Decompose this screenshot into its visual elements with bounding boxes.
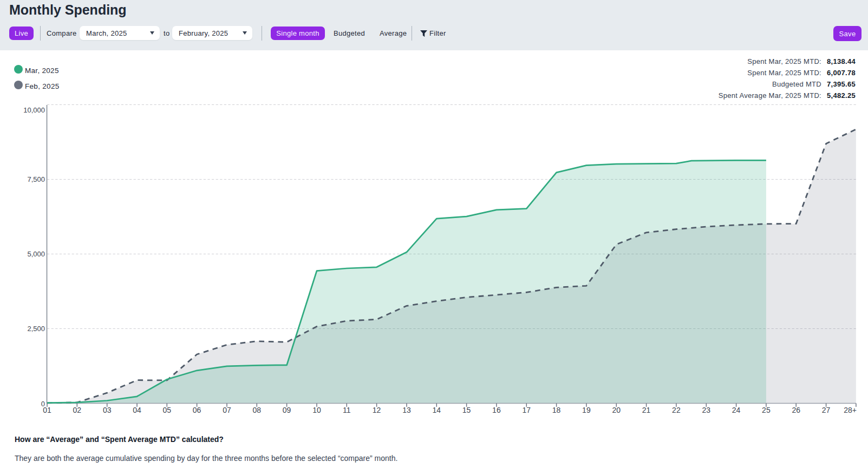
svg-text:15: 15 (462, 406, 471, 414)
svg-text:19: 19 (582, 406, 591, 414)
svg-text:01: 01 (43, 406, 51, 414)
svg-text:03: 03 (103, 406, 112, 414)
svg-text:06: 06 (193, 406, 201, 414)
svg-text:21: 21 (642, 406, 651, 414)
svg-text:07: 07 (223, 406, 231, 414)
svg-text:13: 13 (402, 406, 411, 414)
svg-text:04: 04 (133, 406, 141, 414)
svg-text:5,000: 5,000 (27, 250, 45, 258)
svg-text:28+: 28+ (844, 406, 857, 414)
svg-text:24: 24 (732, 406, 741, 414)
svg-text:27: 27 (822, 406, 831, 414)
svg-text:17: 17 (523, 406, 531, 414)
svg-text:10: 10 (312, 406, 321, 414)
svg-text:12: 12 (373, 406, 381, 414)
svg-text:25: 25 (762, 406, 771, 414)
svg-text:7,500: 7,500 (27, 175, 45, 183)
svg-text:2,500: 2,500 (27, 325, 45, 333)
svg-text:22: 22 (672, 406, 681, 414)
svg-text:18: 18 (552, 406, 561, 414)
svg-text:02: 02 (73, 406, 82, 414)
svg-text:16: 16 (492, 406, 501, 414)
svg-text:10,000: 10,000 (23, 106, 45, 114)
svg-text:20: 20 (612, 406, 621, 414)
svg-text:05: 05 (163, 406, 172, 414)
svg-text:09: 09 (283, 406, 291, 414)
svg-text:14: 14 (433, 406, 441, 414)
svg-text:23: 23 (702, 406, 711, 414)
svg-text:11: 11 (343, 406, 351, 414)
svg-text:08: 08 (253, 406, 262, 414)
svg-text:26: 26 (792, 406, 800, 414)
